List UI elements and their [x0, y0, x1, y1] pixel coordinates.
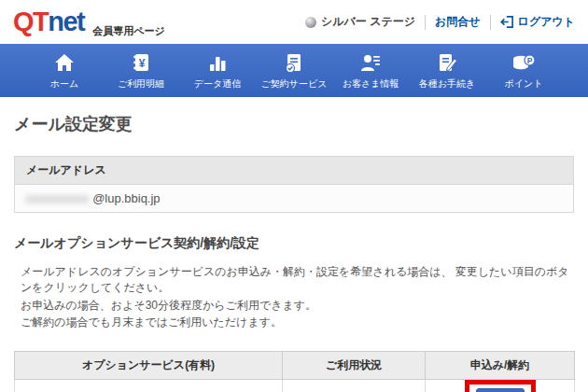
table-header-row: オプションサービス(有料) ご利用状況 申込み/解約 [15, 351, 575, 379]
divider [425, 15, 426, 30]
bar-chart-icon [206, 50, 229, 75]
divider [490, 15, 491, 30]
table-row-mail-security: メールセキュリティ ご利用中 解約 [15, 379, 575, 392]
usage-status: ご利用中 [283, 379, 426, 392]
contact-link[interactable]: お問合せ [435, 14, 481, 30]
qtnet-logo[interactable]: QTnet [13, 8, 84, 35]
option-service-table: オプションサービス(有料) ご利用状況 申込み/解約 メールセキュリティ ご利用… [14, 351, 575, 392]
nav-item-home[interactable]: ホーム [26, 50, 103, 91]
nav-label: お客さま情報 [343, 77, 399, 91]
mail-domain: @lup.bbiq.jp [92, 191, 160, 205]
nav-label: データ通信 [194, 77, 241, 91]
logout-link[interactable]: ログアウト [500, 14, 575, 30]
nav-item-usage-details[interactable]: ¥ ご利用明細 [103, 50, 179, 91]
col-header-service: オプションサービス(有料) [15, 351, 283, 379]
nav-label: ホーム [50, 77, 78, 91]
contract-check-icon [283, 50, 305, 75]
nav-item-customer-info[interactable]: お客さま情報 [332, 50, 409, 91]
nav-item-contract-services[interactable]: ご契約サービス [256, 50, 332, 91]
col-header-status: ご利用状況 [283, 351, 426, 379]
nav-item-points[interactable]: P ポイント [485, 50, 562, 91]
page-title: メール設定変更 [14, 113, 574, 135]
main-content: メール設定変更 メールアドレス xxxxxxxxx @lup.bbiq.jp メ… [0, 113, 588, 392]
header-utility-links: シルバー ステージ お問合せ ログアウト [305, 14, 575, 30]
silver-stage-icon [305, 17, 316, 28]
mail-address-value: xxxxxxxxx @lup.bbiq.jp [15, 185, 573, 212]
cancel-button[interactable]: 解約 [476, 388, 525, 392]
col-header-action: 申込み/解約 [426, 351, 575, 379]
description-line: メールアドレスのオプションサービスのお申込み・解約・設定を希望される場合は、 変… [21, 264, 574, 297]
service-name: メールセキュリティ [15, 379, 283, 392]
member-page-subtitle: 会員専用ページ [92, 24, 165, 44]
contact-label: お問合せ [435, 14, 481, 30]
nav-item-procedures[interactable]: 各種お手続き [409, 50, 485, 91]
home-icon [53, 50, 76, 75]
document-pencil-icon [436, 50, 458, 75]
masked-local-part: xxxxxxxxx [26, 191, 90, 205]
points-coin-icon: P [511, 50, 536, 75]
nav-label: ご契約サービス [261, 77, 328, 91]
nav-label: ご利用明細 [118, 77, 164, 91]
description-line: お申込みの場合、およそ30分後程度からご利用できます。 [21, 298, 574, 314]
main-navigation: ホーム ¥ ご利用明細 データ通信 [0, 44, 588, 97]
svg-text:P: P [527, 56, 533, 65]
description-text: メールアドレスのオプションサービスのお申込み・解約・設定を希望される場合は、 変… [14, 264, 574, 331]
person-icon [359, 50, 382, 75]
nav-label: ポイント [505, 77, 543, 91]
logo-text-red: QT [13, 7, 48, 36]
nav-label: 各種お手続き [419, 77, 475, 91]
bill-yen-icon: ¥ [130, 50, 152, 75]
mail-address-panel: メールアドレス xxxxxxxxx @lup.bbiq.jp [14, 156, 574, 213]
logo-text-blue: net [48, 7, 84, 36]
stage-label: シルバー ステージ [321, 14, 415, 30]
section-title: メールオプションサービス契約/解約/設定 [14, 235, 574, 252]
mail-address-header: メールアドレス [15, 157, 573, 185]
svg-text:¥: ¥ [139, 57, 146, 70]
stage-indicator: シルバー ステージ [305, 14, 415, 30]
description-line: ご解約の場合でも月末まではご利用いただけます。 [21, 315, 574, 330]
logout-label: ログアウト [518, 14, 575, 30]
logout-icon [500, 15, 514, 29]
nav-item-data-usage[interactable]: データ通信 [179, 50, 256, 91]
header: QTnet 会員専用ページ シルバー ステージ お問合せ ログアウト [0, 0, 588, 44]
